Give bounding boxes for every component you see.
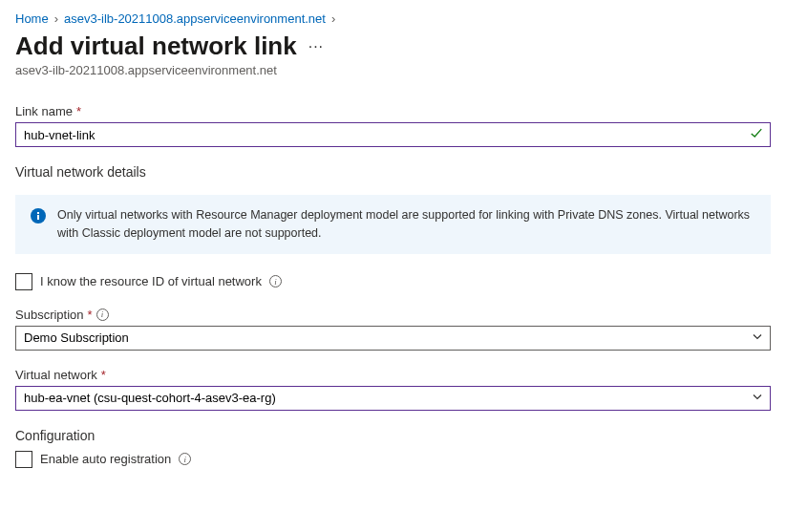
page-title: Add virtual network link [15,32,297,61]
info-message-text: Only virtual networks with Resource Mana… [57,206,755,243]
breadcrumb: Home › asev3-ilb-20211008.appserviceenvi… [15,11,771,26]
more-actions-button[interactable]: ··· [305,38,328,55]
required-indicator: * [76,104,81,118]
svg-rect-1 [37,215,39,220]
resource-id-checkbox-label: I know the resource ID of virtual networ… [40,274,262,288]
link-name-input[interactable] [15,122,771,147]
page-subtitle: asev3-ilb-20211008.appserviceenvironment… [15,63,771,77]
breadcrumb-resource[interactable]: asev3-ilb-20211008.appserviceenvironment… [64,11,326,26]
info-hint-icon[interactable]: i [96,309,109,321]
virtual-network-dropdown[interactable] [15,386,771,411]
resource-id-checkbox[interactable] [15,273,32,290]
subscription-label: Subscription * i [15,308,771,322]
required-indicator: * [88,308,93,322]
info-message: Only virtual networks with Resource Mana… [15,195,771,254]
svg-rect-2 [37,212,39,214]
vnet-details-header: Virtual network details [15,164,771,180]
auto-registration-label: Enable auto registration [40,452,171,466]
info-hint-icon[interactable]: i [179,453,191,465]
configuration-header: Configuration [15,428,771,443]
subscription-dropdown[interactable] [15,326,771,351]
auto-registration-checkbox[interactable] [15,451,32,468]
required-indicator: * [101,368,106,382]
info-icon [31,208,46,229]
breadcrumb-home[interactable]: Home [15,11,49,26]
link-name-label: Link name * [15,104,771,118]
virtual-network-label: Virtual network * [15,368,771,382]
chevron-right-icon: › [329,11,337,26]
chevron-right-icon: › [53,11,60,26]
info-hint-icon[interactable]: i [269,275,282,287]
check-icon [750,127,763,143]
